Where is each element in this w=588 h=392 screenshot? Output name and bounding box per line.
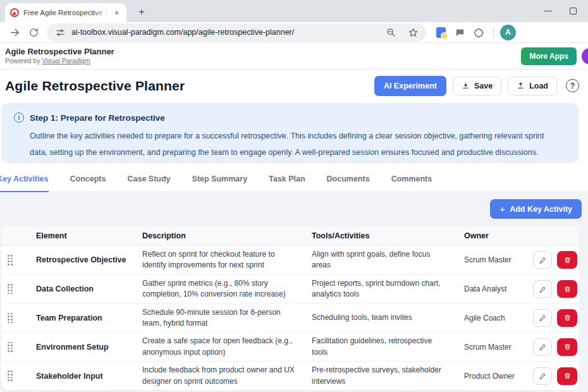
pencil-icon [539,314,547,322]
browser-profile-avatar[interactable]: A [500,25,516,40]
tab-close-icon[interactable]: ✕ [113,8,121,18]
extension-colored-icon[interactable] [432,24,449,40]
delete-button[interactable] [557,280,577,298]
drag-handle-icon[interactable] [8,342,13,352]
edit-button[interactable] [533,338,552,356]
info-icon: i [14,113,24,123]
save-button[interactable]: Save [453,77,501,95]
table-row: Stakeholder Input Include feedback from … [1,362,579,390]
step-info-box: i Step 1: Prepare for Retrospective Outl… [1,103,579,163]
url-text[interactable]: ai-toolbox.visual-paradigm.com/app/agile… [71,28,377,37]
owner-cell: Data Analyst [456,285,526,293]
key-activities-table: Element Description Tools/Activities Own… [1,226,579,390]
delete-button[interactable] [557,338,577,356]
tools-cell: Scheduling tools, team invites [307,312,456,323]
more-apps-button[interactable]: More Apps [521,47,577,65]
browser-window: Free Agile Retrospective Tool | F ✕ + ai… [0,0,588,392]
delete-button[interactable] [557,251,577,269]
delete-button[interactable] [557,367,577,385]
browser-toolbar: ai-toolbox.visual-paradigm.com/app/agile… [0,22,588,43]
trash-icon [563,314,572,322]
tab-documents[interactable]: Documents [327,166,370,192]
table-row: Team Preparation Schedule 90-minute sess… [1,304,579,333]
col-description: Description [138,231,307,240]
trash-icon [563,372,572,380]
edit-button[interactable] [533,367,552,385]
site-settings-icon[interactable] [54,24,66,40]
drag-handle-icon[interactable] [8,255,13,265]
toolbar-separator [493,27,494,38]
app-header: Agile Retrospective Planner Powered by V… [0,43,588,70]
ai-experiment-button[interactable]: AI Experiment [374,76,446,96]
edit-button[interactable] [533,251,552,269]
browser-tab-strip: Free Agile Retrospective Tool | F ✕ + [0,0,588,22]
zoom-out-icon[interactable] [383,24,399,40]
tools-cell: Align with sprint goals, define focus ar… [307,249,456,271]
description-cell: Gather sprint metrics (e.g., 80% story c… [138,278,307,300]
bookmark-star-icon[interactable] [405,24,421,40]
owner-cell: Agile Coach [456,314,526,322]
table-row: Retrospective Objective Reflect on sprin… [1,246,579,275]
edit-button[interactable] [533,280,552,298]
app-header-right: More Apps [521,43,588,70]
browser-tab[interactable]: Free Agile Retrospective Tool | F ✕ [5,3,126,22]
download-icon [462,82,470,90]
tab-concepts[interactable]: Concepts [70,166,106,192]
owner-cell: Scrum Master [456,255,526,264]
window-controls [544,0,588,22]
tab-task-plan[interactable]: Task Plan [269,166,305,192]
page-title: Agile Retrospective Planner [5,78,374,94]
owner-cell: Product Owner [456,372,526,381]
visual-paradigm-link[interactable]: Visual Paradigm [42,57,90,64]
new-tab-button[interactable]: + [134,5,149,19]
help-icon[interactable]: ? [566,79,579,92]
delete-button[interactable] [557,309,577,327]
trash-icon [563,343,572,351]
powered-by: Powered by Visual Paradigm [5,57,114,65]
extensions-puzzle-icon[interactable] [470,24,487,40]
site-favicon [10,8,19,17]
pencil-icon [539,372,547,380]
owner-cell: Scrum Master [456,343,526,352]
section-tabs: Key Activities Concepts Case Study Step … [0,166,588,192]
title-buttons: AI Experiment Save Load ? [374,76,579,96]
tools-cell: Facilitation guidelines, retrospective t… [307,336,456,358]
maximize-button[interactable] [570,8,577,15]
edit-button[interactable] [533,309,552,327]
comment-extension-icon[interactable] [451,24,468,40]
drag-handle-icon[interactable] [8,284,13,294]
description-cell: Schedule 90-minute session for 6-person … [138,307,307,329]
tools-cell: Project reports, sprint burndown chart, … [307,278,456,300]
col-element: Element [30,231,138,240]
tab-title: Free Agile Retrospective Tool | F [23,9,108,16]
forward-icon[interactable] [6,24,23,40]
description-cell: Include feedback from product owner and … [138,365,307,387]
drag-handle-icon[interactable] [8,371,13,381]
plus-icon: + [499,204,505,214]
tools-cell: Pre-retrospective surveys, stakeholder i… [307,365,456,387]
step-description: Outline the key activities needed to pre… [30,128,563,161]
work-area: + Add Key Activity Element Description T… [0,192,588,392]
element-cell: Data Collection [30,285,138,293]
element-cell: Team Preparation [30,314,138,322]
reload-icon[interactable] [25,24,42,40]
app-header-titles: Agile Retrospective Planner Powered by V… [5,47,114,65]
drag-handle-icon[interactable] [8,313,13,323]
add-key-activity-button[interactable]: + Add Key Activity [490,199,582,219]
element-cell: Stakeholder Input [30,372,138,381]
trash-icon [563,285,572,293]
step-title: Step 1: Prepare for Retrospective [30,113,165,123]
pencil-icon [539,285,547,293]
user-avatar[interactable] [582,48,588,64]
tab-case-study[interactable]: Case Study [127,166,170,192]
pencil-icon [539,256,547,264]
element-cell: Environment Setup [30,343,138,352]
address-bar[interactable]: ai-toolbox.visual-paradigm.com/app/agile… [47,23,426,42]
minimize-button[interactable] [544,11,552,12]
load-button[interactable]: Load [508,77,557,95]
table-row: Data Collection Gather sprint metrics (e… [1,275,579,304]
tab-comments[interactable]: Comments [391,166,432,192]
description-cell: Reflect on sprint for checkout feature t… [138,249,307,271]
tab-step-summary[interactable]: Step Summary [192,166,248,192]
tab-key-activities[interactable]: Key Activities [0,166,49,192]
